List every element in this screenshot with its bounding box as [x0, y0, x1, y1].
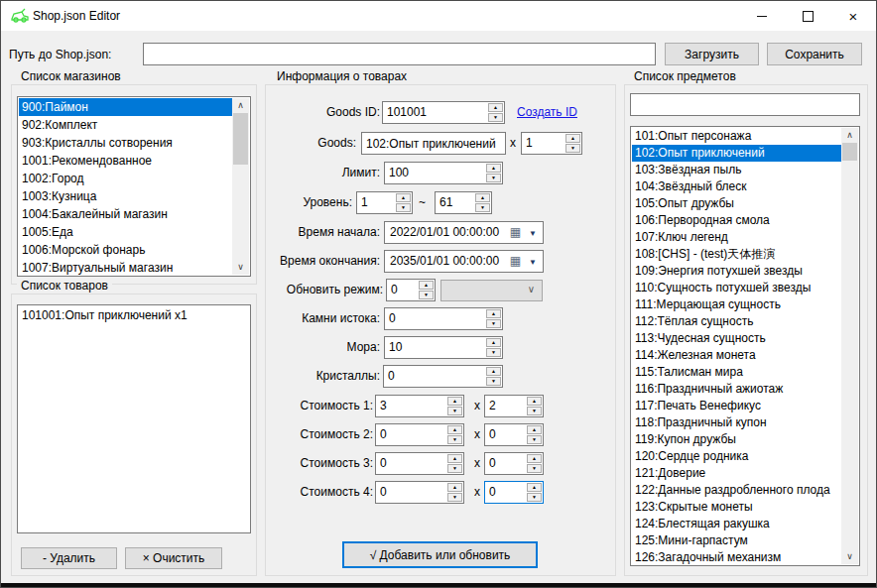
- end-time-picker[interactable]: 2035/01/01 00:00:00 ▦ ▼: [384, 250, 544, 273]
- goods-listbox[interactable]: 101001:Опыт приключений x1: [17, 304, 251, 533]
- spin-up-button[interactable]: ▲: [419, 281, 434, 290]
- level-min-spinner[interactable]: 1▲▼: [356, 191, 413, 214]
- spin-down-button[interactable]: ▼: [486, 174, 501, 182]
- list-item[interactable]: 117:Печать Венефикус: [632, 398, 841, 414]
- spin-down-button[interactable]: ▼: [527, 407, 542, 415]
- list-item[interactable]: 1004:Бакалейный магазин: [19, 205, 232, 223]
- list-item[interactable]: 105:Опыт дружбы: [632, 195, 841, 212]
- list-item[interactable]: 903:Кристаллы сотворения: [19, 134, 232, 152]
- goods-id-spinner[interactable]: 101001▲▼: [382, 101, 505, 124]
- spin-down-button[interactable]: ▼: [486, 348, 501, 357]
- dropdown-arrow-icon[interactable]: ▼: [529, 258, 537, 267]
- add-or-update-button[interactable]: √ Добавить или обновить: [342, 541, 538, 568]
- list-item[interactable]: 116:Праздничный ажиотаж: [632, 381, 841, 398]
- list-item[interactable]: 101:Опыт персонажа: [632, 128, 841, 145]
- cost4-count-spinner[interactable]: 0▲▼: [484, 481, 544, 504]
- list-item[interactable]: 119:Купон дружбы: [632, 431, 841, 448]
- refresh-mode-spinner[interactable]: 0▲▼: [386, 279, 436, 301]
- list-item[interactable]: 1001:Рекомендованное: [19, 152, 232, 170]
- spin-up-button[interactable]: ▲: [396, 193, 411, 202]
- list-item[interactable]: 107:Ключ легенд: [632, 229, 841, 246]
- spin-down-button[interactable]: ▼: [527, 493, 542, 502]
- list-item[interactable]: 103:Звёздная пыль: [632, 162, 841, 178]
- goods-input[interactable]: [361, 132, 506, 155]
- spin-up-button[interactable]: ▲: [527, 483, 542, 492]
- spin-up-button[interactable]: ▲: [447, 425, 462, 434]
- list-item[interactable]: 108:[CHS] - (test)天体推演: [632, 246, 841, 263]
- item-filter-input[interactable]: [630, 93, 860, 116]
- list-item[interactable]: 102:Опыт приключений: [632, 145, 841, 162]
- path-input[interactable]: [143, 43, 656, 65]
- list-item[interactable]: 123:Скрытые монеты: [632, 499, 841, 516]
- scroll-thumb[interactable]: [233, 113, 248, 165]
- spin-down-button[interactable]: ▼: [447, 407, 462, 415]
- list-item[interactable]: 101001:Опыт приключений x1: [19, 306, 249, 324]
- scroll-down-icon[interactable]: ∨: [841, 549, 858, 564]
- begin-time-picker[interactable]: 2022/01/01 00:00:00 ▦ ▼: [384, 221, 544, 244]
- goods-count-spinner[interactable]: 1▲▼: [521, 132, 582, 155]
- list-item[interactable]: 900:Паймон: [19, 98, 232, 116]
- list-item[interactable]: 109:Энергия потухшей звезды: [632, 263, 841, 280]
- shop-listbox[interactable]: 900:Паймон902:Комплект903:Кристаллы сотв…: [17, 96, 251, 277]
- spin-up-button[interactable]: ▲: [527, 425, 542, 434]
- spin-up-button[interactable]: ▲: [447, 483, 462, 492]
- spin-up-button[interactable]: ▲: [447, 454, 462, 463]
- scroll-thumb[interactable]: [842, 143, 857, 161]
- scroll-up-icon[interactable]: ∧: [232, 98, 249, 113]
- spin-down-button[interactable]: ▼: [419, 291, 434, 299]
- item-listbox[interactable]: 101:Опыт персонажа102:Опыт приключений10…: [630, 126, 860, 566]
- list-item[interactable]: 1005:Еда: [19, 223, 232, 241]
- shop-list-scrollbar[interactable]: ∧ ∨: [232, 98, 249, 275]
- spin-down-button[interactable]: ▼: [486, 377, 501, 386]
- spin-up-button[interactable]: ▲: [527, 454, 542, 463]
- list-item[interactable]: 121:Доверие: [632, 465, 841, 482]
- list-item[interactable]: 122:Данные раздробленного плода: [632, 482, 841, 499]
- list-item[interactable]: 1003:Кузница: [19, 187, 232, 205]
- list-item[interactable]: 118:Праздничный купон: [632, 414, 841, 431]
- spin-down-button[interactable]: ▼: [486, 319, 501, 328]
- mora-spinner[interactable]: 10▲▼: [384, 336, 503, 359]
- refresh-mode-combo[interactable]: ∨: [440, 280, 543, 301]
- scroll-down-icon[interactable]: ∨: [232, 260, 249, 275]
- list-item[interactable]: 125:Мини-гарпастум: [632, 532, 841, 549]
- cost1-count-spinner[interactable]: 2▲▼: [484, 395, 544, 417]
- list-item[interactable]: 902:Комплект: [19, 116, 232, 134]
- save-button[interactable]: Сохранить: [767, 43, 862, 65]
- spin-up-button[interactable]: ▲: [486, 309, 501, 318]
- spin-up-button[interactable]: ▲: [486, 338, 501, 347]
- list-item[interactable]: 112:Тёплая сущность: [632, 313, 841, 330]
- spin-down-button[interactable]: ▼: [447, 493, 462, 502]
- spin-down-button[interactable]: ▼: [488, 113, 503, 122]
- minimize-button[interactable]: [739, 1, 785, 31]
- list-item[interactable]: 113:Чудесная сущность: [632, 330, 841, 347]
- cost2-item-spinner[interactable]: 0▲▼: [375, 423, 464, 446]
- list-item[interactable]: 111:Мерцающая сущность: [632, 296, 841, 313]
- spin-down-button[interactable]: ▼: [527, 464, 542, 473]
- list-item[interactable]: 120:Сердце родника: [632, 448, 841, 465]
- level-max-spinner[interactable]: 61▲▼: [435, 191, 492, 214]
- delete-button[interactable]: - Удалить: [21, 547, 117, 569]
- list-item[interactable]: 126:Загадочный механизм: [632, 549, 841, 564]
- list-item[interactable]: 106:Первородная смола: [632, 212, 841, 229]
- cost4-item-spinner[interactable]: 0▲▼: [375, 481, 464, 504]
- spin-down-button[interactable]: ▼: [447, 464, 462, 473]
- list-item[interactable]: 104:Звёздный блеск: [632, 178, 841, 195]
- limit-spinner[interactable]: 100▲▼: [384, 162, 503, 184]
- spin-up-button[interactable]: ▲: [488, 103, 503, 112]
- list-item[interactable]: 110:Сущность потухшей звезды: [632, 280, 841, 296]
- crystals-spinner[interactable]: 0▲▼: [383, 365, 503, 388]
- list-item[interactable]: 114:Железная монета: [632, 347, 841, 364]
- cost1-item-spinner[interactable]: 3▲▼: [375, 395, 464, 417]
- dropdown-arrow-icon[interactable]: ▼: [529, 229, 537, 238]
- item-list-scrollbar[interactable]: ∧ ∨: [841, 128, 858, 564]
- clear-button[interactable]: × Очистить: [125, 547, 222, 569]
- list-item[interactable]: 115:Талисман мира: [632, 364, 841, 381]
- spin-down-button[interactable]: ▼: [447, 435, 462, 444]
- scroll-up-icon[interactable]: ∧: [841, 128, 858, 143]
- spin-down-button[interactable]: ▼: [527, 435, 542, 444]
- primogems-spinner[interactable]: 0▲▼: [384, 307, 503, 330]
- list-item[interactable]: 1002:Город: [19, 170, 232, 187]
- list-item[interactable]: 1006:Морской фонарь: [19, 241, 232, 259]
- spin-up-button[interactable]: ▲: [447, 397, 462, 406]
- spin-down-button[interactable]: ▼: [475, 203, 490, 212]
